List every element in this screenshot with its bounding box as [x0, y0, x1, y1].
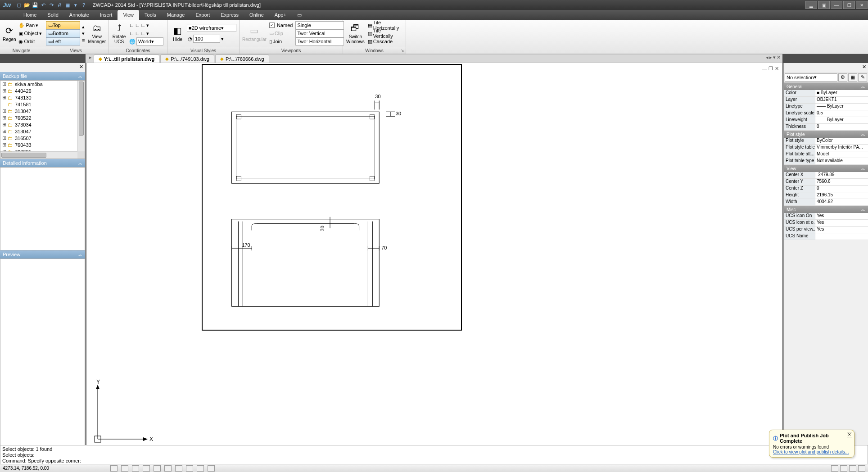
view-scroll-down-icon[interactable]: ▾ [82, 31, 86, 36]
qat-save-icon[interactable]: 💾 [32, 1, 39, 9]
regen-button[interactable]: ⟳Regen [3, 21, 16, 46]
switch-windows-button[interactable]: 🗗Switch Windows [346, 21, 365, 46]
doc-tab-1[interactable]: ◆P:\...\749103.dwg [160, 54, 214, 63]
hide-button[interactable]: ◧Hide [170, 21, 185, 46]
menu-online[interactable]: Online [244, 10, 269, 20]
cascade-button[interactable]: ▧ Cascade [367, 37, 403, 45]
menu-toggle-icon[interactable]: ▭ [292, 10, 307, 20]
qat-preview-icon[interactable]: ▦ [64, 1, 71, 9]
group-general[interactable]: General︽ [784, 83, 868, 90]
backup-panel-header[interactable]: Backup file︽ [0, 72, 85, 80]
windows-dialog-launcher-icon[interactable]: ↘ [401, 48, 404, 53]
max-button[interactable]: ❐ [843, 1, 855, 9]
tile-v-button[interactable]: ▥ Tile Vertically [367, 29, 403, 37]
vp-two-v-combo[interactable]: Two: Vertical [295, 29, 344, 37]
vp-named-button[interactable]: Named [268, 21, 294, 29]
menu-express[interactable]: Express [215, 10, 244, 20]
status-tray-3-icon[interactable] [849, 465, 856, 472]
view-left-button[interactable]: ▭ Left [46, 37, 80, 45]
toggle-pick-icon[interactable]: ✎ [858, 73, 867, 82]
balloon-close-icon[interactable]: ✕ [847, 432, 852, 437]
status-grid-button[interactable] [121, 465, 128, 472]
menu-view[interactable]: View [118, 10, 139, 20]
tab-close-icon[interactable]: ✕ [777, 54, 781, 63]
command-line[interactable]: Select objects: 1 found Select objects: … [0, 445, 868, 467]
preview-panel-header[interactable]: Preview︽ [0, 250, 85, 259]
group-view[interactable]: View︽ [784, 165, 868, 172]
balloon-details-link[interactable]: Click to view plot and publish details..… [773, 449, 849, 454]
status-ortho-button[interactable] [132, 465, 139, 472]
mdi-max-icon[interactable]: ▣ [818, 1, 830, 9]
drawing-canvas[interactable]: — ❐ ✕ 30 30 [86, 63, 782, 459]
collapse-icon[interactable]: ︽ [78, 252, 82, 258]
collapse-icon[interactable]: ︽ [78, 160, 82, 166]
tree-scrollbar-v[interactable] [77, 81, 85, 151]
ucs-icon-5[interactable]: ∟ [135, 31, 140, 36]
prop-close-icon[interactable]: ✕ [862, 64, 866, 71]
ucs-world-combo[interactable]: World ▾ [136, 37, 163, 45]
vp-clip-button[interactable]: ▭ Clip [268, 29, 294, 37]
tree-scrollbar-h[interactable] [0, 151, 77, 159]
menu-insert[interactable]: Insert [95, 10, 118, 20]
pan-button[interactable]: ✋ Pan ▾ [18, 21, 43, 29]
close-button[interactable]: ✕ [856, 1, 868, 9]
view-bottom-button[interactable]: ▭ Bottom [46, 29, 80, 37]
rotate-ucs-button[interactable]: ⤴Rotate UCS [112, 21, 127, 46]
backup-tree[interactable]: ⊞🗀skiva amöba ⊞🗀440426 ⊞🗀743130 🗀741581 … [0, 80, 85, 159]
canvas-close-icon[interactable]: ✕ [775, 66, 779, 72]
view-top-button[interactable]: ▭ Top [46, 21, 80, 29]
doc-tab-2[interactable]: ◆P:\...\760666.dwg [215, 54, 269, 63]
status-cycle-button[interactable] [208, 465, 215, 472]
min-button[interactable]: — [831, 1, 842, 9]
selection-combo[interactable]: No selection ▾ [785, 73, 837, 82]
qat-more-icon[interactable]: ▾ [72, 1, 79, 9]
ucs-icon-1[interactable]: ∟ [129, 23, 134, 28]
status-lwt-button[interactable] [175, 465, 182, 472]
collapse-icon[interactable]: ︽ [861, 83, 865, 90]
visual-style-combo[interactable]: ■ 2D wireframe ▾ [187, 24, 236, 32]
quick-select-icon[interactable]: ⚙ [838, 73, 847, 82]
qat-help-icon[interactable]: ? [80, 1, 87, 9]
group-plot[interactable]: Plot style︽ [784, 131, 868, 138]
vp-two-h-combo[interactable]: Two: Horizontal [295, 37, 344, 45]
ucs-icon-3[interactable]: ∟ [141, 23, 146, 28]
detail-panel-header[interactable]: Detailed information︽ [0, 159, 85, 167]
select-objects-icon[interactable]: ▦ [848, 73, 857, 82]
tab-scroll-right-icon[interactable]: ▸ [769, 54, 772, 63]
ucs-icon-4[interactable]: ∟ [129, 31, 134, 36]
qat-open-icon[interactable]: 📂 [23, 1, 31, 9]
orbit-button[interactable]: ◉ Orbit [18, 37, 43, 45]
menu-solid[interactable]: Solid [42, 10, 63, 20]
rectangular-viewport-button[interactable]: ▭Rectangular [242, 21, 267, 46]
status-tray-2-icon[interactable] [840, 465, 847, 472]
qat-new-icon[interactable]: ▢ [15, 1, 23, 9]
status-model-button[interactable] [186, 465, 193, 472]
ucs-icon-2[interactable]: ∟ [135, 23, 140, 28]
sidebar-close-icon[interactable]: ✕ [79, 64, 83, 71]
qat-redo-icon[interactable]: ↷ [48, 1, 55, 9]
menu-annotate[interactable]: Annotate [64, 10, 95, 20]
vp-single-combo[interactable]: Single [295, 21, 344, 29]
ucs-icon-6[interactable]: ∟ [141, 31, 146, 36]
doc-tab-0[interactable]: ◆Y:\...till prislistan.dwg [94, 54, 159, 63]
status-otrack-button[interactable] [164, 465, 172, 472]
status-polar-button[interactable] [143, 465, 150, 472]
collapse-icon[interactable]: ︽ [861, 206, 865, 213]
menu-export[interactable]: Export [190, 10, 215, 20]
doc-tab-home-icon[interactable]: ▸ [87, 54, 94, 63]
canvas-min-icon[interactable]: — [762, 66, 767, 72]
qat-plot-icon[interactable]: 🖨 [56, 1, 63, 9]
menu-home[interactable]: Home [18, 10, 42, 20]
view-manager-button[interactable]: 🗂View Manager [88, 21, 106, 46]
tab-menu-icon[interactable]: ▾ [773, 54, 776, 63]
group-misc[interactable]: Misc︽ [784, 206, 868, 213]
tab-scroll-left-icon[interactable]: ◂ [766, 54, 769, 63]
menu-tools[interactable]: Tools [139, 10, 162, 20]
collapse-icon[interactable]: ︽ [78, 73, 82, 79]
canvas-max-icon[interactable]: ❐ [769, 66, 773, 72]
status-dyn-button[interactable] [197, 465, 204, 472]
opacity-input[interactable]: 100 [193, 35, 220, 43]
view-scroll-up-icon[interactable]: ▴ [82, 24, 86, 30]
status-osnap-button[interactable] [154, 465, 161, 472]
view-scroll-more-icon[interactable]: ≡ [82, 37, 86, 43]
